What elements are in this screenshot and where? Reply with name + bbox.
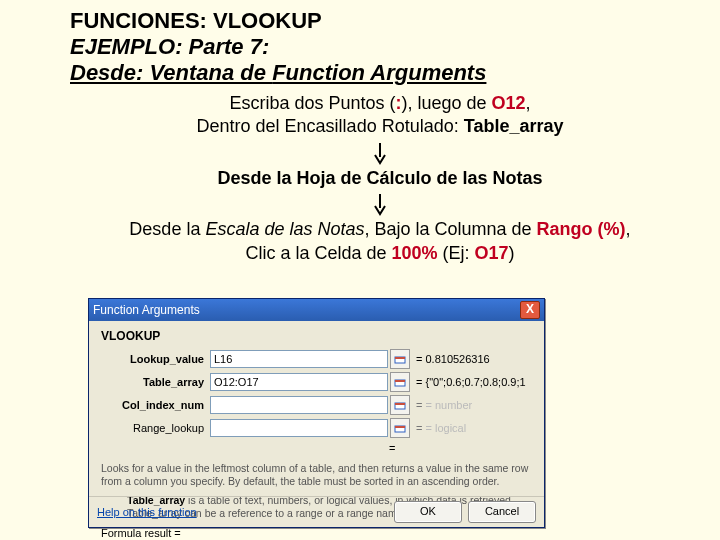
input-lookup-value[interactable]: L16 bbox=[210, 350, 388, 368]
label-table-array: Table_array bbox=[99, 376, 210, 388]
body-row-5: Clic a la Celda de 100% (Ej: O17) bbox=[70, 242, 690, 265]
title3-prefix: Desde: Ventana de bbox=[70, 60, 272, 85]
svg-rect-7 bbox=[395, 426, 405, 428]
body-row-1: Escriba dos Puntos (:), luego de O12, bbox=[70, 92, 690, 115]
cell-o17: O17 bbox=[475, 243, 509, 263]
t: Escriba dos Puntos ( bbox=[229, 93, 395, 113]
ok-button[interactable]: OK bbox=[394, 501, 462, 523]
refedit-icon[interactable] bbox=[390, 349, 410, 369]
input-table-array[interactable]: O12:O17 bbox=[210, 373, 388, 391]
row-table-array: Table_array O12:O17 = {"0";0.6;0.7;0.8;0… bbox=[99, 372, 534, 392]
table-array-label: Table_array bbox=[464, 116, 564, 136]
overall-eq: = bbox=[389, 442, 534, 454]
t: Clic a la Celda de bbox=[245, 243, 391, 263]
close-button[interactable]: X bbox=[520, 301, 540, 319]
refedit-icon[interactable] bbox=[390, 418, 410, 438]
arrow-down-icon bbox=[373, 143, 387, 165]
row-lookup-value: Lookup_value L16 = 0.810526316 bbox=[99, 349, 534, 369]
result-table-array: = {"0";0.6;0.7;0.8;0.9;1 bbox=[416, 376, 526, 388]
function-name: VLOOKUP bbox=[101, 329, 534, 343]
t: , bbox=[626, 219, 631, 239]
refedit-icon[interactable] bbox=[390, 372, 410, 392]
help-link[interactable]: Help on this function bbox=[97, 506, 197, 518]
row-range-lookup: Range_lookup = = logical bbox=[99, 418, 534, 438]
input-col-index[interactable] bbox=[210, 396, 388, 414]
label-range-lookup: Range_lookup bbox=[99, 422, 210, 434]
body-text: Escriba dos Puntos (:), luego de O12, De… bbox=[70, 92, 690, 265]
svg-rect-1 bbox=[395, 357, 405, 359]
function-arguments-dialog: Function Arguments X VLOOKUP Lookup_valu… bbox=[88, 298, 545, 528]
title3-fa: Function Arguments bbox=[272, 60, 486, 85]
dialog-title: Function Arguments bbox=[93, 303, 200, 317]
body-row-4: Desde la Escala de las Notas, Bajo la Co… bbox=[70, 218, 690, 241]
result-col-index: = = number bbox=[416, 399, 472, 411]
arrow-down-icon bbox=[373, 194, 387, 216]
dialog-bottom-bar: Help on this function OK Cancel bbox=[89, 496, 544, 527]
title-line-1: FUNCIONES: VLOOKUP bbox=[70, 8, 690, 34]
t: Desde la bbox=[129, 219, 205, 239]
svg-rect-3 bbox=[395, 380, 405, 382]
pct-100: 100% bbox=[391, 243, 437, 263]
t: , bbox=[526, 93, 531, 113]
label-lookup-value: Lookup_value bbox=[99, 353, 210, 365]
body-row-2: Dentro del Encasillado Rotulado: Table_a… bbox=[70, 115, 690, 138]
cancel-button[interactable]: Cancel bbox=[468, 501, 536, 523]
t: Escala de las Notas bbox=[205, 219, 364, 239]
result-range-lookup: = = logical bbox=[416, 422, 466, 434]
input-range-lookup[interactable] bbox=[210, 419, 388, 437]
formula-result: Formula result = bbox=[101, 527, 532, 539]
t: (Ej: bbox=[438, 243, 475, 263]
cell-o12: O12 bbox=[492, 93, 526, 113]
rango-label: Rango (%) bbox=[537, 219, 626, 239]
t: Dentro del Encasillado Rotulado: bbox=[197, 116, 464, 136]
title-line-2: EJEMPLO: Parte 7: bbox=[70, 34, 690, 60]
dialog-titlebar[interactable]: Function Arguments X bbox=[89, 299, 544, 321]
t: Looks for a value in the leftmost column… bbox=[101, 462, 528, 487]
t: ) bbox=[509, 243, 515, 263]
result-lookup-value: = 0.810526316 bbox=[416, 353, 490, 365]
t: = number bbox=[425, 399, 472, 411]
svg-rect-5 bbox=[395, 403, 405, 405]
title-line-3: Desde: Ventana de Function Arguments bbox=[70, 60, 690, 86]
label-col-index: Col_index_num bbox=[99, 399, 210, 411]
body-row-3: Desde la Hoja de Cálculo de las Notas bbox=[70, 167, 690, 190]
row-col-index: Col_index_num = = number bbox=[99, 395, 534, 415]
t: = logical bbox=[425, 422, 466, 434]
t: ), luego de bbox=[401, 93, 491, 113]
refedit-icon[interactable] bbox=[390, 395, 410, 415]
t: , Bajo la Columna de bbox=[365, 219, 537, 239]
